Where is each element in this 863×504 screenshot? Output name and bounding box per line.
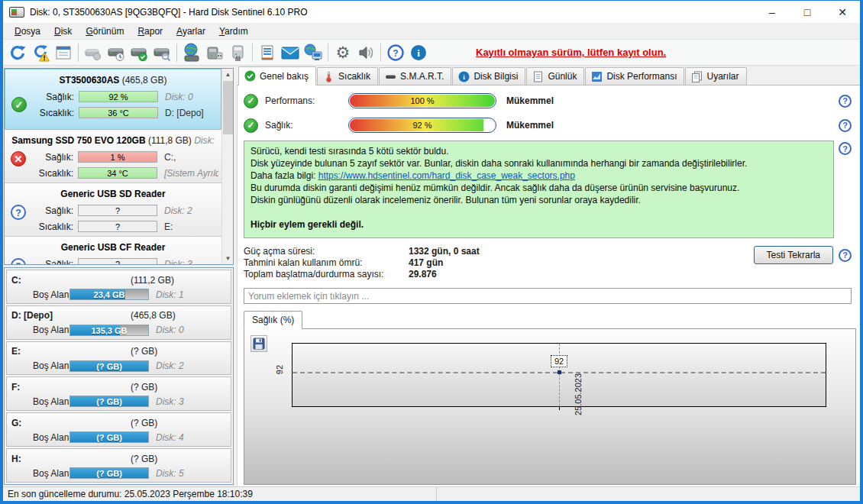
status-bar: En son güncelleme durumu: 25.05.2023 Per… (3, 486, 860, 501)
stat-label: Tahmini kalan kullanım ömrü: (244, 257, 409, 268)
app-window: Disk: 0, ST3500630AS [9QG3BQFQ] - Hard D… (0, 0, 863, 504)
help-icon[interactable]: ? (839, 249, 852, 262)
disk-number: Disk: 0 (156, 325, 184, 335)
disk-overview-icon[interactable] (82, 41, 105, 64)
menu-disk[interactable]: Disk (47, 24, 79, 39)
description-line: Disk yüzeyinde bulunan 5 zayıf sektör va… (250, 157, 827, 170)
close-button[interactable]: ✕ (825, 1, 860, 23)
main-panel: Genel bakış Sıcaklık S.M.A.R.T. i Disk B… (237, 66, 860, 486)
tab-bar: Genel bakış Sıcaklık S.M.A.R.T. i Disk B… (237, 66, 860, 86)
toolbar-separator (380, 44, 381, 62)
maximize-button[interactable]: □ (790, 1, 825, 23)
retest-button[interactable]: Testi Tekrarla (754, 246, 833, 264)
refresh-warning-icon[interactable] (29, 41, 52, 64)
partition-item-h[interactable]: H:(? GB) Boş Alan (? GB) Disk: 5 (6, 448, 231, 483)
data-point (558, 370, 561, 374)
disk-name: ST3500630AS (60, 75, 120, 86)
disk-surface-search-icon[interactable] (150, 41, 173, 64)
partition-size: (111,2 GB) (131, 275, 174, 286)
statusbar-divider (436, 487, 437, 501)
info-icon[interactable]: i (407, 41, 430, 64)
partition-item-c[interactable]: C:(111,2 GB) Boş Alan 23,4 GB Disk: 1 (6, 270, 231, 304)
sounds-speaker-icon[interactable] (354, 41, 377, 64)
minimize-button[interactable]: – (755, 1, 790, 23)
disk-list-scrollbar[interactable]: ▲ ▼ (221, 69, 233, 264)
mail-envelope-icon[interactable] (279, 41, 302, 64)
network-globe-disk-icon[interactable] (180, 41, 203, 64)
save-chart-button[interactable] (250, 335, 267, 352)
disk-clock-icon[interactable] (105, 41, 128, 64)
scroll-thumb[interactable] (223, 81, 233, 134)
scroll-down-icon[interactable]: ▼ (222, 253, 234, 264)
scroll-up-icon[interactable]: ▲ (222, 69, 234, 80)
free-space-bar: (? GB) (69, 467, 149, 479)
registration-notice[interactable]: Kayıtlı olmayan sürüm, lütfen kayıt olun… (476, 47, 666, 58)
disk-name: Generic USB SD Reader (60, 189, 165, 199)
partition-item-g[interactable]: G:(? GB) Boş Alan (? GB) Disk: 4 (6, 412, 231, 447)
log-notepad-icon[interactable] (256, 41, 279, 64)
health-label: Sağlık: (258, 120, 348, 131)
partition-size: (? GB) (131, 454, 157, 464)
disk-item-st3500630as[interactable]: ST3500630AS (465,8 GB) ✓ Sağlık: 92 % Di… (5, 69, 221, 130)
toolbar-separator (328, 44, 328, 62)
tab-disk-bilgisi[interactable]: i Disk Bilgisi (452, 67, 525, 85)
help-icon[interactable]: ? (839, 95, 852, 108)
chart-tab-saglik[interactable]: Sağlık (%) (244, 311, 302, 329)
remote-monitor-icon[interactable] (302, 41, 325, 64)
health-bar: ? (78, 258, 157, 264)
menu-dosya[interactable]: Dosya (8, 24, 47, 39)
health-bar: 92 % (79, 91, 158, 102)
disk-connect-icon[interactable] (226, 41, 249, 64)
partition-item-f[interactable]: F:(? GB) Boş Alan (? GB) Disk: 3 (6, 376, 231, 411)
comment-input[interactable] (244, 288, 852, 304)
menu-yardim[interactable]: Yardım (212, 24, 255, 39)
tab-sicaklik[interactable]: Sıcaklık (317, 67, 378, 85)
partition-letter: F: (11, 382, 103, 393)
info-circle-icon: i (458, 71, 470, 82)
partition-item-d[interactable]: D: [Depo](465,8 GB) Boş Alan 135,3 GB Di… (6, 305, 231, 340)
disk-dash-icon (385, 71, 396, 82)
temp-label: Sıcaklık: (34, 168, 78, 179)
report-window-icon[interactable] (52, 41, 75, 64)
health-bar: 1 % (78, 151, 157, 163)
y-axis-tick-label: 92 (275, 365, 284, 374)
free-space-label: Boş Alan (11, 468, 69, 479)
partition-letter: D: [Depo] (11, 310, 103, 321)
tab-smart[interactable]: S.M.A.R.T. (379, 67, 451, 85)
more-info-link[interactable]: https://www.hdsentinel.com/hard_disk_cas… (318, 170, 575, 181)
menu-gorunum[interactable]: Görünüm (79, 24, 131, 39)
tab-gunluk[interactable]: Günlük (526, 67, 584, 85)
disk-number-suffix: Disk: (194, 135, 215, 146)
disk-test-check-icon[interactable] (128, 41, 150, 64)
health-label: Sağlık: (34, 259, 78, 265)
partition-letter: H: (11, 454, 103, 464)
health-label: Sağlık: (34, 92, 79, 102)
menu-ayarlar[interactable]: Ayarlar (170, 24, 212, 39)
help-icon[interactable]: ? (839, 119, 852, 132)
performance-rating: Mükemmel (506, 95, 554, 106)
settings-gear-icon[interactable]: ⚙ (331, 41, 354, 64)
refresh-icon[interactable] (6, 41, 29, 64)
tab-disk-performansi[interactable]: Disk Performansı (585, 67, 684, 85)
x-axis-tick (559, 407, 560, 410)
help-icon[interactable]: ? (384, 41, 407, 64)
description-row: Sürücü, kendi testi sırasında 5 kötü sek… (238, 141, 860, 238)
description-line: Bu durumda diskin garanti değişimi henüz… (250, 182, 827, 194)
tab-genel-bakis[interactable]: Genel bakış (238, 66, 316, 86)
svg-text:?: ? (393, 47, 398, 58)
help-icon[interactable]: ? (839, 142, 852, 155)
health-chart-panel: 92 92 25.05.2023 (244, 328, 856, 485)
partition-item-e[interactable]: E:(? GB) Boş Alan (? GB) Disk: 2 (6, 341, 231, 376)
stat-label: Güç açma süresi: (244, 246, 409, 257)
disk-item-usb-cf-reader[interactable]: Generic USB CF Reader ? Sağlık: ? Disk: … (5, 237, 221, 264)
tab-uyarilar[interactable]: Uyarılar (685, 67, 746, 85)
free-space-label: Boş Alan (11, 289, 69, 300)
disk-item-usb-sd-reader[interactable]: Generic USB SD Reader ? Sağlık: ? Disk: … (5, 183, 221, 237)
menu-rapor[interactable]: Rapor (131, 24, 170, 39)
app-icon (9, 7, 24, 18)
floppy-icon (253, 338, 265, 350)
free-space-bar: (? GB) (69, 431, 149, 443)
disk-item-samsung-ssd[interactable]: Samsung SSD 750 EVO 120GB (111,8 GB) Dis… (5, 130, 221, 183)
stat-value: 29.876 (409, 269, 480, 279)
disk-remove-icon[interactable] (203, 41, 226, 64)
